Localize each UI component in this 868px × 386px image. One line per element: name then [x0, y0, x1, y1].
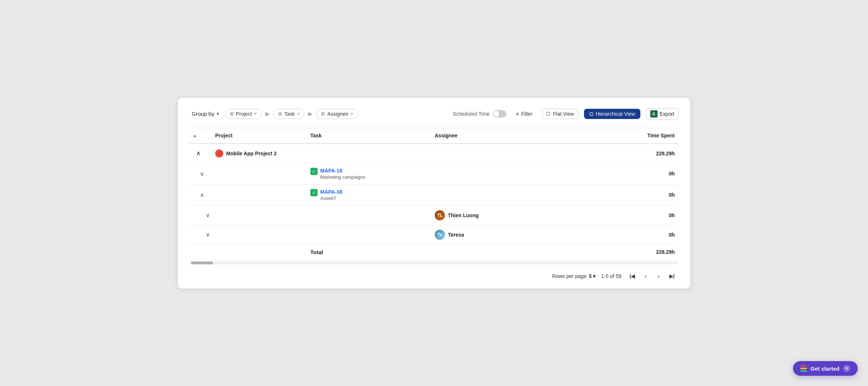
rows-per-page-value: 5 [589, 273, 592, 279]
time-spent-cell: 0h [541, 163, 678, 184]
scheduled-time-toggle[interactable] [493, 110, 506, 118]
rows-per-page-select[interactable]: 5 ▾ [589, 273, 595, 279]
assignee-cell-empty [431, 184, 541, 205]
task-subtitle-mapa38: AssetIT [320, 196, 342, 201]
project-cell-empty [212, 225, 307, 244]
task-cell: ✓ MAPA-18 Marketing campaigns [307, 163, 431, 184]
th-project: Project [212, 128, 307, 144]
data-table: » Project Task Assignee Time Spent ∧ [190, 128, 678, 260]
hier-view-icon: ⊡ [589, 111, 594, 117]
rows-per-page-chevron: ▾ [593, 273, 595, 279]
time-spent-cell: 0h [541, 184, 678, 205]
task-icon: ✓ [310, 189, 318, 196]
next-page-button[interactable]: › [654, 271, 664, 281]
rows-per-page-label: Rows per page [552, 273, 587, 279]
filter-label: Filter [521, 111, 532, 117]
get-started-close-button[interactable]: × [843, 365, 850, 372]
th-expand[interactable]: » [190, 128, 212, 144]
toolbar: Group by ▾ ⊞ Project × ▶ ⊞ Task × ▶ ⊞ As… [190, 108, 678, 120]
task-cell-empty [307, 205, 431, 225]
table-wrap: » Project Task Assignee Time Spent ∧ [190, 128, 678, 264]
filter-button[interactable]: ≡ Filter [512, 109, 536, 119]
task-subtitle-mapa18: Marketing campaigns [320, 174, 366, 180]
hierarchical-view-button[interactable]: ⊡ Hierarchical View [584, 109, 640, 119]
flat-view-icon: ☐ [546, 111, 551, 117]
export-button[interactable]: X Export [646, 108, 678, 120]
table-row: ∨ TL Thien Luong 0h [190, 205, 678, 225]
table-header-row: » Project Task Assignee Time Spent [190, 128, 678, 144]
get-started-banner[interactable]: Get started × [793, 361, 858, 376]
assignee-name-thien: Thien Luong [448, 212, 479, 218]
collapse-button[interactable]: ∨ [193, 168, 203, 179]
time-spent-cell: 0h [541, 205, 678, 225]
pill-task-close[interactable]: × [297, 111, 300, 116]
project-cell: 🔴 Mobile App Project 2 [212, 144, 307, 163]
pill-project-close[interactable]: × [254, 111, 257, 116]
pill-task-label: Task [284, 111, 295, 117]
rows-per-page-group: Rows per page 5 ▾ [552, 273, 595, 279]
expand-cell: ∨ [190, 163, 212, 184]
time-spent-cell: 228.29h [541, 144, 678, 163]
export-excel-icon: X [650, 110, 658, 118]
expand-cell: ∧ [190, 184, 212, 205]
scheduled-time-group: Scheduled Time [453, 110, 506, 118]
pill-task[interactable]: ⊞ Task × [273, 109, 304, 119]
table-row: ∧ ✓ MAPA-38 AssetIT 0h [190, 184, 678, 205]
export-label: Export [660, 111, 674, 117]
assignee-cell: Te Teresa [431, 225, 541, 244]
page-info: 1-5 of 59 [601, 273, 621, 279]
pill-assignee-close[interactable]: × [351, 111, 353, 116]
main-card: Group by ▾ ⊞ Project × ▶ ⊞ Task × ▶ ⊞ As… [178, 98, 690, 289]
th-time-spent: Time Spent [541, 128, 678, 144]
grid-icon-project: ⊞ [230, 111, 234, 116]
filter-icon: ≡ [516, 111, 519, 117]
table-row: ∨ Te Teresa 0h [190, 225, 678, 244]
th-assignee: Assignee [431, 128, 541, 144]
table-row: ∧ 🔴 Mobile App Project 2 228.29h [190, 144, 678, 163]
group-by-button[interactable]: Group by ▾ [190, 109, 221, 118]
project-cell-empty [212, 163, 307, 184]
first-page-button[interactable]: |◀ [627, 271, 637, 281]
collapse-button[interactable]: ∨ [193, 210, 208, 220]
prev-page-button[interactable]: ‹ [640, 271, 651, 281]
task-link-mapa18[interactable]: MAPA-18 [320, 168, 342, 174]
horizontal-scrollbar[interactable] [190, 261, 678, 264]
total-label-cell [212, 244, 307, 260]
pill-assignee[interactable]: ⊞ Assignee × [316, 109, 358, 119]
avatar-thien: TL [435, 210, 445, 220]
expand-all-icon[interactable]: » [193, 133, 196, 139]
get-started-label: Get started [811, 365, 839, 372]
arrow-sep-2: ▶ [308, 110, 313, 117]
task-cell: ✓ MAPA-38 AssetIT [307, 184, 431, 205]
expand-cell: ∨ [190, 225, 212, 244]
pill-project[interactable]: ⊞ Project × [225, 109, 262, 119]
th-task: Task [307, 128, 431, 144]
task-cell-empty [307, 225, 431, 244]
assignee-name-teresa: Teresa [448, 232, 464, 238]
total-assignee-empty [431, 244, 541, 260]
collapse-button[interactable]: ∧ [193, 190, 203, 200]
scrollbar-thumb[interactable] [191, 261, 213, 264]
toolbar-right: Scheduled Time ≡ Filter ☐ Flat View ⊡ Hi… [453, 108, 678, 120]
flat-view-label: Flat View [553, 111, 574, 117]
flat-view-button[interactable]: ☐ Flat View [542, 109, 578, 119]
scheduled-time-label: Scheduled Time [453, 111, 490, 117]
assignee-cell-empty [431, 144, 541, 163]
get-started-icon [800, 365, 807, 372]
project-cell-empty [212, 184, 307, 205]
pagination-bar: Rows per page 5 ▾ 1-5 of 59 |◀ ‹ › ▶| [190, 271, 678, 281]
pill-assignee-label: Assignee [327, 111, 348, 117]
total-label: Total [307, 244, 431, 260]
collapse-button[interactable]: ∧ [193, 148, 203, 159]
grid-icon-task: ⊞ [278, 111, 282, 116]
last-page-button[interactable]: ▶| [667, 271, 677, 281]
task-link-mapa38[interactable]: MAPA-38 [320, 189, 342, 195]
grid-icon-assignee: ⊞ [321, 111, 325, 116]
collapse-button[interactable]: ∨ [193, 230, 208, 240]
project-cell-empty [212, 205, 307, 225]
pill-project-label: Project [236, 111, 252, 117]
time-spent-cell: 0h [541, 225, 678, 244]
assignee-cell: TL Thien Luong [431, 205, 541, 225]
task-icon: ✓ [310, 168, 318, 175]
project-name: Mobile App Project 2 [226, 151, 277, 156]
